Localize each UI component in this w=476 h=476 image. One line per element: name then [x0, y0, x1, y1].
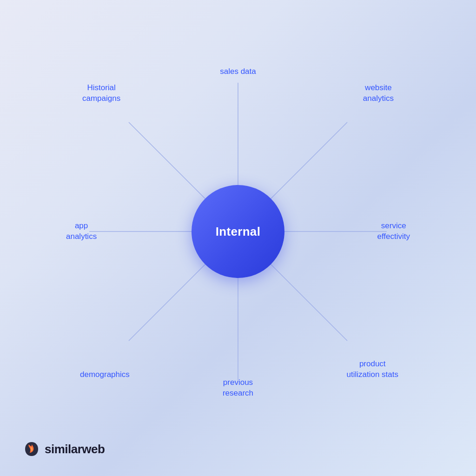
node-app-analytics: app analytics [66, 221, 97, 242]
svg-line-1 [129, 122, 205, 198]
logo-container: similarweb [23, 441, 105, 457]
similarweb-logo-icon [23, 441, 40, 457]
center-label: Internal [216, 225, 260, 239]
svg-line-7 [271, 264, 347, 341]
node-website-analytics: website analytics [363, 83, 394, 104]
diagram-container: Internal sales data Historial campaigns … [75, 69, 401, 394]
node-demographics: demographics [80, 370, 130, 380]
svg-line-2 [271, 122, 347, 198]
node-sales-data: sales data [220, 66, 256, 77]
node-historical-campaigns: Historial campaigns [82, 83, 120, 104]
center-node: Internal [192, 185, 284, 278]
node-service-effectivity: service effectivity [377, 221, 410, 242]
svg-line-5 [129, 264, 205, 341]
logo-text: similarweb [45, 442, 105, 456]
node-previous-research: previous research [223, 377, 253, 399]
node-product-utilization: product utilization stats [347, 359, 399, 380]
